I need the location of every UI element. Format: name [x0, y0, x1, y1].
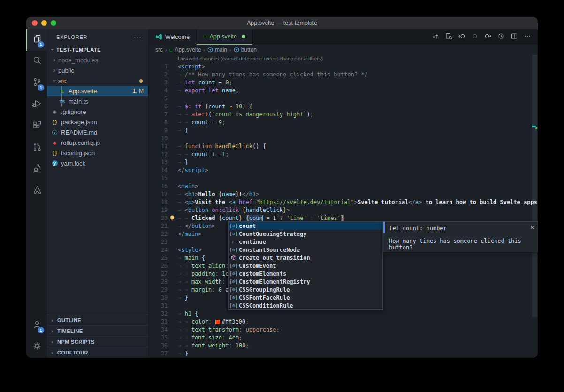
open-changes-button[interactable] — [443, 31, 454, 43]
activity-bar-item-source-control[interactable]: 1 — [26, 72, 47, 94]
suggestion-continue[interactable]: ≡continue — [229, 238, 382, 246]
suggestion-customelements[interactable]: [⊘]customElements — [229, 270, 382, 278]
line-number: 23 — [149, 238, 168, 246]
source-control-compare-button[interactable] — [430, 31, 441, 43]
next-change-button[interactable] — [482, 31, 494, 43]
code-line-content — [168, 174, 178, 182]
line-number: 13 — [149, 158, 168, 166]
line-number: 8 — [149, 119, 168, 127]
code-line-15: 15 — [149, 174, 538, 182]
sidebar-section-outline[interactable]: ›OUTLINE — [47, 315, 148, 325]
symbol-keyword-icon: ≡ — [229, 239, 239, 245]
scrollbar-slider[interactable] — [532, 55, 537, 317]
split-editor-icon — [511, 32, 518, 42]
line-number: 25 — [149, 254, 168, 262]
tree-file-app-svelte[interactable]: ≡App.svelte1, M — [47, 86, 148, 96]
suggest-docs-panel: let count: number How many times has som… — [383, 221, 538, 252]
suggestion-constantsourcenode[interactable]: [⊘]ConstantSourceNode — [229, 246, 382, 254]
activity-badge: 1 — [38, 327, 44, 333]
file-history-button[interactable] — [495, 31, 507, 43]
breadcrumb: src›≡App.svelte›main›button — [149, 45, 538, 55]
tab-app-svelte[interactable]: ≡App.svelte — [197, 29, 252, 45]
section-label: CODETOUR — [57, 350, 88, 355]
code-editor[interactable]: Unsaved changes (cannot determine recent… — [149, 55, 538, 358]
activity-badge: 1 — [38, 41, 44, 48]
line-number: 3 — [149, 79, 168, 87]
info-icon: i — [51, 130, 59, 135]
code-line-content: → → color: #ff3e00; — [168, 318, 249, 326]
tree-file-readme-md[interactable]: iREADME.md — [47, 127, 148, 137]
tree-root-folder[interactable]: ›TEST-TEMPLATE — [47, 45, 148, 55]
code-line-33: 33→ → color: #ff3e00; — [149, 318, 538, 326]
symbol-cube-icon — [234, 47, 239, 53]
explorer-more-actions-icon[interactable]: ··· — [134, 33, 142, 41]
breadcrumb-item-button[interactable]: button — [234, 46, 257, 53]
suggestion-label: count — [239, 223, 256, 229]
chevron-right-icon: › — [47, 350, 57, 355]
debug-icon — [31, 98, 43, 111]
suggestion-customelementregistry[interactable]: [⊘]CustomElementRegistry — [229, 278, 382, 286]
code-line-content: → let count = 0; — [168, 79, 232, 87]
tree-file-yarn-lock[interactable]: yyarn.lock — [47, 158, 148, 168]
tab-welcome[interactable]: Welcome — [149, 29, 197, 45]
line-number: 32 — [149, 310, 168, 318]
activity-bar-item-search[interactable] — [26, 51, 47, 72]
breadcrumb-separator: › — [229, 47, 231, 53]
suggestion-cssgroupingrule[interactable]: [⊘]CSSGroupingRule — [229, 286, 382, 294]
editor-scrollbar[interactable] — [532, 55, 538, 358]
activity-bar-item-azure[interactable] — [26, 180, 47, 202]
split-editor-button[interactable] — [509, 31, 520, 43]
pull-request-icon — [31, 141, 43, 154]
code-line-10: 10 — [149, 135, 538, 143]
close-icon[interactable]: × — [530, 224, 534, 231]
sidebar-section-timeline[interactable]: ›TIMELINE — [47, 325, 148, 336]
suggestion-label: create_out_transition — [239, 255, 310, 261]
activity-bar-item-accounts[interactable]: 1 — [26, 315, 47, 336]
line-number: 21 — [149, 222, 168, 230]
suggestion-customevent[interactable]: [⊘]CustomEvent — [229, 262, 382, 270]
tree-folder-public[interactable]: ›public — [47, 65, 148, 75]
suggestion-cssfontfacerule[interactable]: [⊘]CSSFontFaceRule — [229, 294, 382, 302]
activity-bar-item-run-debug[interactable] — [26, 94, 47, 115]
line-number: 16 — [149, 182, 168, 190]
sidebar-section-npm-scripts[interactable]: ›NPM SCRIPTS — [47, 336, 148, 347]
breadcrumb-item-app-svelte[interactable]: ≡App.svelte — [169, 46, 201, 53]
sidebar-section-codetour[interactable]: ›CODETOUR — [47, 347, 148, 358]
tree-file-rollup-config-js[interactable]: ◆rollup.config.js — [47, 137, 148, 148]
activity-bar-item-live-share[interactable] — [26, 158, 47, 180]
tree-folder-node-modules[interactable]: ›node_modules — [47, 55, 148, 65]
codelens-annotation[interactable]: Unsaved changes (cannot determine recent… — [149, 55, 538, 63]
suggestion-create-out-transition[interactable]: create_out_transition — [229, 254, 382, 262]
code-line-36: 36→ → font-weight: 100; — [149, 342, 538, 350]
code-line-content: → → alert(`count is dangerously high!`); — [168, 111, 313, 119]
breadcrumb-item-src[interactable]: src — [155, 46, 163, 53]
suggestion-count[interactable]: [⊘]count — [229, 222, 382, 230]
tree-item-label: tsconfig.json — [61, 150, 95, 157]
screenshot-stage: App.svelte — test-template 11 1 EXPLORER… — [0, 0, 564, 392]
symbol-function-icon — [229, 255, 239, 261]
suggestion-label: CustomElementRegistry — [239, 279, 310, 285]
tree-folder-src[interactable]: ›src — [47, 75, 148, 86]
line-number: 27 — [149, 270, 168, 278]
breadcrumb-item-main[interactable]: main — [207, 46, 227, 53]
tree-file--gitignore[interactable]: ◈.gitignore — [47, 106, 148, 117]
tree-file-main-ts[interactable]: TSmain.ts — [47, 96, 148, 106]
code-line-16: 16<main> — [149, 182, 538, 190]
suggestion-cssconditionrule[interactable]: [⊘]CSSConditionRule — [229, 302, 382, 309]
previous-change-button[interactable] — [456, 31, 467, 43]
activity-bar-item-github-pull-requests[interactable] — [26, 137, 47, 158]
code-line-content: → } — [168, 127, 188, 135]
code-line-content: → $: if (count ≥ 10) { — [168, 103, 252, 111]
more-actions-button[interactable] — [522, 31, 533, 43]
tree-file-package-json[interactable]: {}package.json — [47, 117, 148, 127]
current-change-button[interactable] — [469, 31, 480, 43]
activity-bar-item-explorer[interactable]: 1 — [26, 29, 47, 51]
suggestion-countqueuingstrategy[interactable]: [⊘]CountQueuingStrategy — [229, 230, 382, 238]
activity-bar-item-extensions[interactable] — [26, 115, 47, 137]
suggestion-label: CountQueuingStrategy — [239, 231, 307, 237]
code-line-12: 12→ → count += 1; — [149, 151, 538, 158]
git-status-badge: 1, M — [133, 88, 148, 94]
tree-file-tsconfig-json[interactable]: {}tsconfig.json — [47, 148, 148, 158]
activity-bar-item-settings[interactable] — [26, 336, 47, 358]
code-line-35: 35→ → font-size: 4em; — [149, 334, 538, 342]
